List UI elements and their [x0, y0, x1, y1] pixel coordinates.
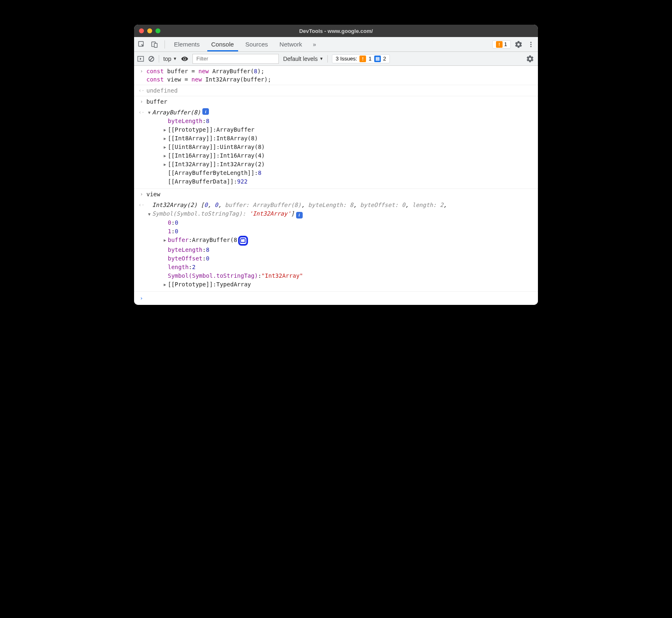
console-settings-icon[interactable] — [526, 54, 535, 63]
console-subtoolbar: top ▼ Default levels ▼ 3 Issues: ! 1 ▤ 2 — [134, 52, 538, 66]
object-property[interactable]: byteOffset: 0 — [162, 254, 534, 263]
svg-line-8 — [150, 57, 153, 60]
tab-elements[interactable]: Elements — [170, 37, 204, 51]
info-icon[interactable]: i — [202, 108, 209, 115]
object-property[interactable]: ▶[[Prototype]]: ArrayBuffer — [162, 125, 534, 134]
prompt-icon: › — [138, 98, 145, 106]
object-property[interactable]: 1: 0 — [162, 227, 534, 236]
tab-sources[interactable]: Sources — [241, 37, 272, 51]
chevron-down-icon: ▼ — [319, 56, 323, 61]
disclosure-triangle-icon[interactable]: ▶ — [162, 134, 168, 143]
object-property[interactable]: [[ArrayBufferData]]: 922 — [162, 177, 534, 186]
console-return-row: ‹· ▼ ArrayBuffer(8) i byteLength: 8 ▶[[P… — [134, 107, 538, 189]
code-line[interactable]: view — [145, 190, 534, 198]
object-property[interactable]: length: 2 — [162, 263, 534, 272]
zoom-window-button[interactable] — [155, 28, 160, 33]
code-line[interactable]: buffer — [145, 98, 534, 106]
object-property[interactable]: 0: 0 — [162, 218, 534, 227]
info-icon: ▤ — [374, 56, 381, 62]
info-icon[interactable]: i — [296, 212, 303, 218]
disclosure-triangle-icon[interactable]: ▶ — [162, 125, 168, 134]
traffic-lights — [134, 28, 160, 33]
disclosure-triangle-icon[interactable]: ▶ — [162, 236, 168, 244]
warning-icon: ! — [496, 41, 503, 48]
chevron-down-icon: ▼ — [173, 56, 177, 61]
sidebar-toggle-icon[interactable] — [137, 56, 144, 62]
kebab-icon[interactable] — [526, 40, 535, 49]
object-property[interactable]: [[ArrayBufferByteLength]]: 8 — [162, 169, 534, 177]
undefined-value: undefined — [145, 86, 534, 95]
code-line[interactable]: const buffer = new ArrayBuffer(8);const … — [145, 67, 534, 84]
window-title: DevTools - www.google.com/ — [134, 28, 538, 34]
disclosure-triangle-open-icon[interactable]: ▼ — [146, 108, 152, 117]
clear-console-icon[interactable] — [148, 56, 155, 62]
filter-input[interactable] — [192, 54, 279, 64]
object-property[interactable]: byteLength: 8 — [162, 246, 534, 254]
minimize-window-button[interactable] — [147, 28, 152, 33]
device-icon[interactable] — [150, 39, 160, 49]
object-summary[interactable]: ▼ Int32Array(2) [0, 0, buffer: ArrayBuff… — [146, 201, 534, 218]
return-icon: ‹· — [138, 108, 145, 116]
inspect-icon[interactable] — [137, 39, 146, 49]
object-property[interactable]: byteLength: 8 — [162, 117, 534, 125]
settings-icon[interactable] — [514, 40, 523, 49]
console-input-row: › view — [134, 189, 538, 200]
memory-inspector-icon[interactable] — [238, 236, 248, 246]
disclosure-triangle-icon[interactable]: ▶ — [162, 280, 168, 289]
svg-rect-2 — [154, 43, 157, 47]
console-input-row: › const buffer = new ArrayBuffer(8);cons… — [134, 66, 538, 85]
disclosure-triangle-open-icon[interactable]: ▼ — [146, 210, 152, 218]
object-summary[interactable]: ▼ ArrayBuffer(8) i — [146, 108, 534, 117]
return-icon: ‹· — [138, 201, 145, 209]
issues-badge[interactable]: 3 Issues: ! 1 ▤ 2 — [332, 54, 390, 63]
disclosure-triangle-icon[interactable]: ▶ — [162, 143, 168, 151]
object-property[interactable]: ▶[[Prototype]]: TypedArray — [162, 280, 534, 289]
close-window-button[interactable] — [139, 28, 144, 33]
object-property[interactable]: Symbol(Symbol.toStringTag): "Int32Array" — [162, 272, 534, 280]
object-property[interactable]: ▶buffer: ArrayBuffer(8 — [162, 236, 534, 246]
return-icon: ‹· — [138, 86, 145, 95]
warning-icon: ! — [359, 56, 366, 62]
live-expression-icon[interactable] — [181, 55, 188, 63]
console-return-row: ‹· ▼ Int32Array(2) [0, 0, buffer: ArrayB… — [134, 200, 538, 292]
object-property[interactable]: ▶[[Int16Array]]: Int16Array(4) — [162, 151, 534, 160]
prompt-icon: › — [138, 67, 145, 75]
console-prompt[interactable]: › — [134, 292, 538, 305]
titlebar: DevTools - www.google.com/ — [134, 25, 538, 37]
more-tabs-icon[interactable]: » — [310, 39, 320, 49]
log-level-selector[interactable]: Default levels ▼ — [283, 56, 323, 62]
console-output: › const buffer = new ArrayBuffer(8);cons… — [134, 66, 538, 305]
tabs-toolbar: Elements Console Sources Network » ! 1 — [134, 37, 538, 52]
warnings-badge[interactable]: ! 1 — [492, 40, 511, 49]
disclosure-triangle-icon[interactable]: ▶ — [162, 151, 168, 160]
context-selector[interactable]: top ▼ — [163, 56, 177, 62]
tab-network[interactable]: Network — [276, 37, 306, 51]
disclosure-triangle-icon[interactable]: ▶ — [162, 160, 168, 169]
object-property[interactable]: ▶[[Uint8Array]]: Uint8Array(8) — [162, 143, 534, 151]
prompt-icon: › — [138, 294, 145, 302]
svg-point-4 — [530, 44, 531, 45]
tab-console[interactable]: Console — [207, 37, 238, 51]
object-property[interactable]: ▶[[Int32Array]]: Int32Array(2) — [162, 160, 534, 169]
devtools-window: DevTools - www.google.com/ Elements Cons… — [134, 25, 538, 305]
console-return-row: ‹· undefined — [134, 85, 538, 96]
console-input-row: › buffer — [134, 96, 538, 107]
svg-point-3 — [530, 42, 531, 43]
prompt-icon: › — [138, 190, 145, 198]
warning-count: 1 — [504, 41, 507, 47]
svg-point-5 — [530, 46, 531, 47]
object-property[interactable]: ▶[[Int8Array]]: Int8Array(8) — [162, 134, 534, 143]
